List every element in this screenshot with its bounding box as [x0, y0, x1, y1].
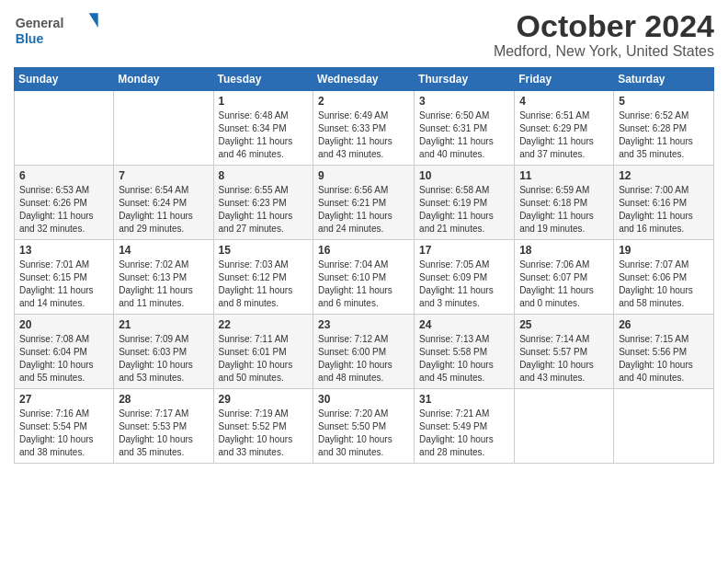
weekday-header-friday: Friday [515, 68, 614, 91]
day-detail: Sunrise: 7:00 AMSunset: 6:16 PMDaylight:… [619, 184, 709, 236]
calendar-cell [614, 389, 714, 464]
calendar-cell: 25Sunrise: 7:14 AMSunset: 5:57 PMDayligh… [515, 315, 614, 389]
week-row-1: 1Sunrise: 6:48 AMSunset: 6:34 PMDaylight… [15, 91, 714, 166]
day-detail: Sunrise: 6:53 AMSunset: 6:26 PMDaylight:… [19, 184, 108, 236]
calendar-table: SundayMondayTuesdayWednesdayThursdayFrid… [14, 67, 714, 464]
calendar-cell: 26Sunrise: 7:15 AMSunset: 5:56 PMDayligh… [614, 315, 714, 389]
day-detail: Sunrise: 7:15 AMSunset: 5:56 PMDaylight:… [619, 333, 709, 385]
calendar-cell: 10Sunrise: 6:58 AMSunset: 6:19 PMDayligh… [415, 166, 515, 240]
day-detail: Sunrise: 7:12 AMSunset: 6:00 PMDaylight:… [318, 333, 409, 385]
calendar-cell: 17Sunrise: 7:05 AMSunset: 6:09 PMDayligh… [415, 240, 515, 315]
day-detail: Sunrise: 7:06 AMSunset: 6:07 PMDaylight:… [519, 259, 609, 310]
day-detail: Sunrise: 7:13 AMSunset: 5:58 PMDaylight:… [419, 333, 509, 385]
calendar-cell: 30Sunrise: 7:20 AMSunset: 5:50 PMDayligh… [313, 389, 415, 464]
day-detail: Sunrise: 7:03 AMSunset: 6:12 PMDaylight:… [219, 259, 309, 310]
day-detail: Sunrise: 7:11 AMSunset: 6:01 PMDaylight:… [219, 333, 309, 385]
calendar-cell: 28Sunrise: 7:17 AMSunset: 5:53 PMDayligh… [114, 389, 213, 464]
day-detail: Sunrise: 6:48 AMSunset: 6:34 PMDaylight:… [219, 109, 309, 161]
day-detail: Sunrise: 7:19 AMSunset: 5:52 PMDaylight:… [219, 408, 309, 459]
day-detail: Sunrise: 7:21 AMSunset: 5:49 PMDaylight:… [419, 408, 509, 459]
day-detail: Sunrise: 7:02 AMSunset: 6:13 PMDaylight:… [119, 259, 208, 310]
calendar-cell: 13Sunrise: 7:01 AMSunset: 6:15 PMDayligh… [15, 240, 114, 315]
day-number: 17 [419, 244, 509, 257]
calendar-cell: 19Sunrise: 7:07 AMSunset: 6:06 PMDayligh… [614, 240, 714, 315]
day-number: 21 [119, 318, 208, 331]
title-area: October 2024 Medford, New York, United S… [494, 9, 714, 60]
day-number: 31 [419, 393, 509, 406]
svg-text:General: General [16, 16, 64, 30]
calendar-cell: 18Sunrise: 7:06 AMSunset: 6:07 PMDayligh… [515, 240, 614, 315]
calendar-cell: 29Sunrise: 7:19 AMSunset: 5:52 PMDayligh… [213, 389, 313, 464]
calendar-cell: 2Sunrise: 6:49 AMSunset: 6:33 PMDaylight… [313, 91, 415, 166]
calendar-cell [114, 91, 213, 166]
calendar-cell: 6Sunrise: 6:53 AMSunset: 6:26 PMDaylight… [15, 166, 114, 240]
day-number: 29 [219, 393, 309, 406]
calendar-cell: 22Sunrise: 7:11 AMSunset: 6:01 PMDayligh… [213, 315, 313, 389]
logo: General Blue [14, 9, 106, 51]
day-detail: Sunrise: 6:50 AMSunset: 6:31 PMDaylight:… [419, 109, 509, 161]
day-number: 7 [119, 169, 208, 182]
day-number: 11 [519, 169, 609, 182]
calendar-cell: 14Sunrise: 7:02 AMSunset: 6:13 PMDayligh… [114, 240, 213, 315]
day-number: 6 [19, 169, 108, 182]
day-number: 28 [119, 393, 208, 406]
day-number: 27 [19, 393, 108, 406]
day-number: 22 [219, 318, 309, 331]
calendar-cell: 5Sunrise: 6:52 AMSunset: 6:28 PMDaylight… [614, 91, 714, 166]
day-detail: Sunrise: 7:05 AMSunset: 6:09 PMDaylight:… [419, 259, 509, 310]
week-row-5: 27Sunrise: 7:16 AMSunset: 5:54 PMDayligh… [15, 389, 714, 464]
month-title: October 2024 [494, 9, 714, 43]
day-detail: Sunrise: 6:49 AMSunset: 6:33 PMDaylight:… [318, 109, 409, 161]
logo-svg: General Blue [14, 9, 106, 51]
day-number: 14 [119, 244, 208, 257]
day-number: 18 [519, 244, 609, 257]
weekday-header-thursday: Thursday [415, 68, 515, 91]
svg-text:Blue: Blue [16, 31, 44, 46]
calendar-cell [515, 389, 614, 464]
week-row-4: 20Sunrise: 7:08 AMSunset: 6:04 PMDayligh… [15, 315, 714, 389]
day-number: 23 [318, 318, 409, 331]
day-detail: Sunrise: 6:59 AMSunset: 6:18 PMDaylight:… [519, 184, 609, 236]
day-number: 16 [318, 244, 409, 257]
weekday-header-tuesday: Tuesday [213, 68, 313, 91]
svg-marker-1 [89, 13, 98, 28]
calendar-cell: 20Sunrise: 7:08 AMSunset: 6:04 PMDayligh… [15, 315, 114, 389]
calendar-cell: 9Sunrise: 6:56 AMSunset: 6:21 PMDaylight… [313, 166, 415, 240]
day-number: 10 [419, 169, 509, 182]
day-detail: Sunrise: 7:17 AMSunset: 5:53 PMDaylight:… [119, 408, 208, 459]
day-detail: Sunrise: 6:51 AMSunset: 6:29 PMDaylight:… [519, 109, 609, 161]
calendar-body: 1Sunrise: 6:48 AMSunset: 6:34 PMDaylight… [15, 91, 714, 464]
calendar-cell: 3Sunrise: 6:50 AMSunset: 6:31 PMDaylight… [415, 91, 515, 166]
weekday-header-saturday: Saturday [614, 68, 714, 91]
weekday-header-sunday: Sunday [15, 68, 114, 91]
day-detail: Sunrise: 7:01 AMSunset: 6:15 PMDaylight:… [19, 259, 108, 310]
day-number: 9 [318, 169, 409, 182]
week-row-3: 13Sunrise: 7:01 AMSunset: 6:15 PMDayligh… [15, 240, 714, 315]
calendar-cell: 15Sunrise: 7:03 AMSunset: 6:12 PMDayligh… [213, 240, 313, 315]
location-title: Medford, New York, United States [494, 43, 714, 60]
day-number: 4 [519, 95, 609, 108]
day-detail: Sunrise: 6:58 AMSunset: 6:19 PMDaylight:… [419, 184, 509, 236]
day-number: 30 [318, 393, 409, 406]
calendar-cell: 7Sunrise: 6:54 AMSunset: 6:24 PMDaylight… [114, 166, 213, 240]
calendar-cell: 4Sunrise: 6:51 AMSunset: 6:29 PMDaylight… [515, 91, 614, 166]
calendar-cell: 23Sunrise: 7:12 AMSunset: 6:00 PMDayligh… [313, 315, 415, 389]
calendar-cell: 16Sunrise: 7:04 AMSunset: 6:10 PMDayligh… [313, 240, 415, 315]
day-detail: Sunrise: 7:07 AMSunset: 6:06 PMDaylight:… [619, 259, 709, 310]
calendar-cell: 24Sunrise: 7:13 AMSunset: 5:58 PMDayligh… [415, 315, 515, 389]
day-detail: Sunrise: 7:08 AMSunset: 6:04 PMDaylight:… [19, 333, 108, 385]
day-number: 26 [619, 318, 709, 331]
day-number: 3 [419, 95, 509, 108]
calendar-cell: 27Sunrise: 7:16 AMSunset: 5:54 PMDayligh… [15, 389, 114, 464]
day-detail: Sunrise: 7:20 AMSunset: 5:50 PMDaylight:… [318, 408, 409, 459]
day-number: 15 [219, 244, 309, 257]
day-number: 24 [419, 318, 509, 331]
weekday-header-monday: Monday [114, 68, 213, 91]
day-number: 20 [19, 318, 108, 331]
main-container: General Blue October 2024 Medford, New Y… [0, 0, 728, 477]
day-detail: Sunrise: 7:14 AMSunset: 5:57 PMDaylight:… [519, 333, 609, 385]
day-number: 13 [19, 244, 108, 257]
weekday-header-row: SundayMondayTuesdayWednesdayThursdayFrid… [15, 68, 714, 91]
day-number: 2 [318, 95, 409, 108]
day-detail: Sunrise: 6:52 AMSunset: 6:28 PMDaylight:… [619, 109, 709, 161]
